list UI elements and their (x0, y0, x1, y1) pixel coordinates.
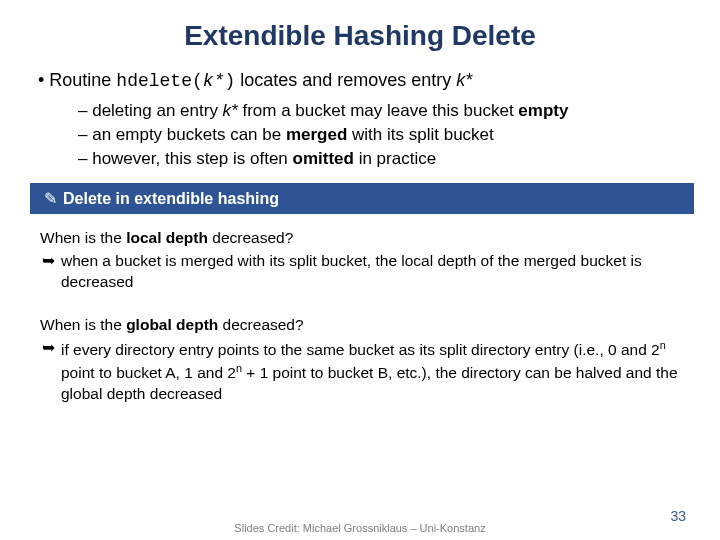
main-bullet: Routine hdelete(k*) locates and removes … (38, 70, 720, 91)
pencil-icon (44, 190, 63, 207)
hand-arrow-icon: ➥ (42, 338, 55, 359)
slide-title: Extendible Hashing Delete (0, 20, 720, 52)
hand-arrow-icon: ➥ (42, 251, 55, 272)
section-banner: Delete in extendible hashing (30, 183, 694, 214)
sub-bullet: an empty buckets can be merged with its … (78, 125, 720, 145)
answer-text: when a bucket is merged with its split b… (61, 251, 680, 293)
answer: ➥ if every directory entry points to the… (42, 338, 680, 405)
slide-credit: Slides Credit: Michael Grossniklaus – Un… (234, 522, 485, 534)
qa-block-1: When is the local depth decreased? ➥ whe… (40, 228, 680, 293)
sub-bullet: however, this step is often omitted in p… (78, 149, 720, 169)
sub-bullet: deleting an entry k* from a bucket may l… (78, 101, 720, 121)
code: hdelete(k*) (116, 71, 235, 91)
answer-text: if every directory entry points to the s… (61, 338, 680, 405)
txt: Routine (49, 70, 116, 90)
page-number: 33 (670, 508, 686, 524)
banner-text: Delete in extendible hashing (63, 190, 279, 207)
answer: ➥ when a bucket is merged with its split… (42, 251, 680, 293)
qa-block-2: When is the global depth decreased? ➥ if… (40, 315, 680, 405)
sub-bullet-list: deleting an entry k* from a bucket may l… (78, 101, 720, 169)
txt: k* (456, 70, 472, 90)
slide: Extendible Hashing Delete Routine hdelet… (0, 0, 720, 540)
question: When is the local depth decreased? (40, 228, 680, 249)
txt: locates and removes entry (235, 70, 456, 90)
question: When is the global depth decreased? (40, 315, 680, 336)
